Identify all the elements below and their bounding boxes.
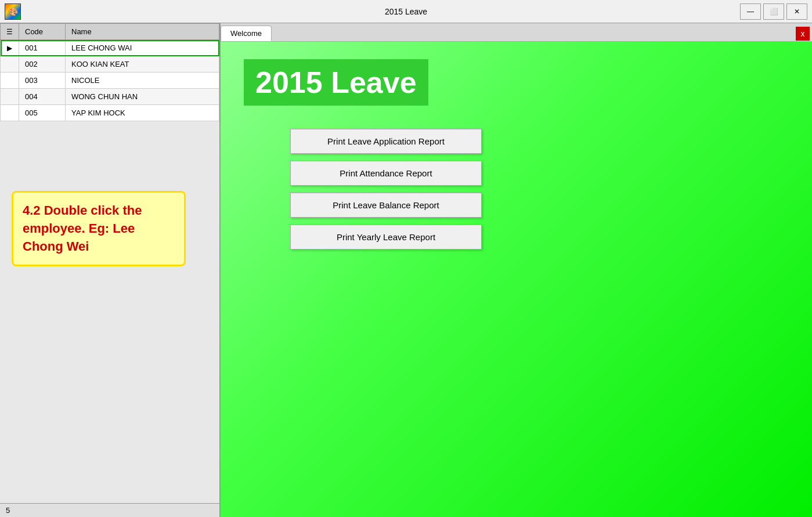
employee-table-container: ☰ Code Name ▶001LEE CHONG WAI002KOO KIAN… (0, 23, 219, 121)
employee-name: YAP KIM HOCK (66, 105, 219, 121)
employee-table: ☰ Code Name ▶001LEE CHONG WAI002KOO KIAN… (0, 23, 219, 121)
row-indicator (1, 89, 19, 105)
row-indicator (1, 73, 19, 89)
tooltip-text: 4.2 Double click the employee. Eg: Lee C… (23, 203, 142, 254)
indicator-column-header: ☰ (1, 24, 19, 40)
row-indicator (1, 105, 19, 121)
code-column-header: Code (19, 24, 66, 40)
row-indicator (1, 56, 19, 73)
print-leave-application-button[interactable]: Print Leave Application Report (290, 129, 482, 154)
employee-code: 005 (19, 105, 66, 121)
app-icon: 🎨 (5, 3, 21, 20)
window-title: 2015 Leave (385, 7, 427, 16)
report-buttons: Print Leave Application Report Print Att… (290, 129, 482, 250)
tab-close-button[interactable]: x (796, 27, 810, 41)
maximize-button[interactable]: ⬜ (763, 3, 784, 20)
table-row[interactable]: ▶001LEE CHONG WAI (1, 40, 219, 56)
tab-bar: Welcome x (221, 23, 812, 42)
employee-name: LEE CHONG WAI (66, 40, 219, 56)
minimize-button[interactable]: — (740, 3, 761, 20)
print-leave-balance-button[interactable]: Print Leave Balance Report (290, 193, 482, 218)
main-content: ☰ Code Name ▶001LEE CHONG WAI002KOO KIAN… (0, 23, 812, 517)
employee-code: 004 (19, 89, 66, 105)
table-row[interactable]: 003NICOLE (1, 73, 219, 89)
tooltip-box: 4.2 Double click the employee. Eg: Lee C… (12, 191, 186, 266)
table-header-row: ☰ Code Name (1, 24, 219, 40)
welcome-content: 2015 Leave Print Leave Application Repor… (221, 42, 812, 517)
print-yearly-leave-button[interactable]: Print Yearly Leave Report (290, 225, 482, 250)
table-row[interactable]: 002KOO KIAN KEAT (1, 56, 219, 73)
name-column-header: Name (66, 24, 219, 40)
table-row[interactable]: 004WONG CHUN HAN (1, 89, 219, 105)
employee-code: 001 (19, 40, 66, 56)
print-attendance-button[interactable]: Print Attendance Report (290, 161, 482, 186)
title-bar: 🎨 2015 Leave — ⬜ ✕ (0, 0, 812, 23)
employee-code: 003 (19, 73, 66, 89)
row-indicator: ▶ (1, 40, 19, 56)
window-controls: — ⬜ ✕ (740, 3, 807, 20)
table-row[interactable]: 005YAP KIM HOCK (1, 105, 219, 121)
employee-name: NICOLE (66, 73, 219, 89)
record-count: 5 (6, 506, 10, 515)
right-panel: Welcome x 2015 Leave Print Leave Applica… (221, 23, 812, 517)
title-bar-left: 🎨 (5, 3, 21, 20)
employee-name: WONG CHUN HAN (66, 89, 219, 105)
status-bar: 5 (0, 503, 219, 517)
left-panel: ☰ Code Name ▶001LEE CHONG WAI002KOO KIAN… (0, 23, 221, 517)
close-button[interactable]: ✕ (786, 3, 807, 20)
welcome-tab[interactable]: Welcome (221, 26, 272, 41)
welcome-title: 2015 Leave (244, 59, 428, 106)
employee-name: KOO KIAN KEAT (66, 56, 219, 73)
employee-code: 002 (19, 56, 66, 73)
